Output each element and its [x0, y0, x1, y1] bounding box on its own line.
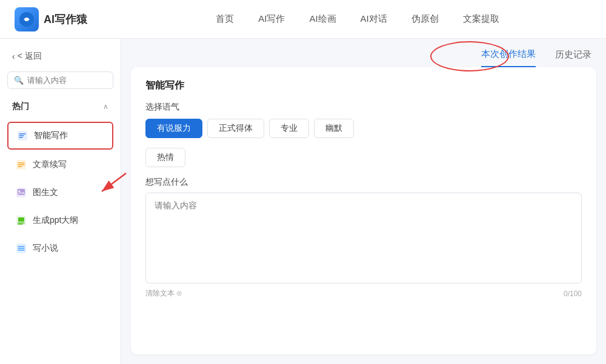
article-continue-icon	[15, 158, 28, 171]
tab-current-result[interactable]: 本次创作结果	[481, 48, 536, 67]
sidebar-item-image-to-text[interactable]: 图生文	[7, 180, 113, 205]
nav-home[interactable]: 首页	[216, 11, 234, 27]
nav-ai-write[interactable]: AI写作	[258, 11, 285, 27]
clear-text-button[interactable]: 清除文本 ⊙	[145, 288, 182, 299]
svg-rect-8	[18, 217, 24, 222]
sidebar: ‹ < 返回 🔍 热门 ∧ 智能写作	[0, 39, 121, 364]
tone-buttons: 有说服力 正式得体 专业 幽默	[145, 119, 582, 138]
back-button[interactable]: ‹ < 返回	[7, 48, 113, 64]
sidebar-items: 智能写作 文章续写	[7, 122, 113, 261]
tab-history[interactable]: 历史记录	[555, 49, 591, 67]
section-header: 热门 ∧	[7, 99, 113, 114]
sidebar-item-ppt-outline[interactable]: 生成ppt大纲	[7, 208, 113, 233]
logo-text: AI写作猿	[44, 12, 87, 27]
textarea-footer: 清除文本 ⊙ 0/100	[145, 288, 582, 299]
nav-original[interactable]: 伪原创	[411, 11, 439, 27]
textarea-wrap	[145, 193, 582, 286]
smart-write-label: 智能写作	[34, 130, 68, 141]
search-input[interactable]	[27, 76, 107, 85]
tone-btn-persuasive[interactable]: 有说服力	[145, 119, 202, 138]
form-panel: 智能写作 选择语气 有说服力 正式得体 专业 幽默 热情 想写点什么 清除文本 …	[131, 67, 596, 354]
tone-btn-formal[interactable]: 正式得体	[207, 119, 264, 138]
main-layout: ‹ < 返回 🔍 热门 ∧ 智能写作	[0, 39, 606, 364]
ppt-outline-icon	[15, 214, 28, 227]
sidebar-item-write-novel[interactable]: 写小说	[7, 236, 113, 261]
write-textarea[interactable]	[145, 193, 582, 283]
write-novel-label: 写小说	[33, 243, 58, 254]
content-area: 本次创作结果 历史记录 智能写作 选择语气 有说服力 正式得体 专业 幽默 热情…	[121, 39, 606, 364]
image-to-text-icon	[15, 186, 28, 199]
top-nav: AI写作猿 首页 AI写作 AI绘画 AI对话 伪原创 文案提取	[0, 0, 606, 39]
sidebar-item-article-continue[interactable]: 文章续写	[7, 152, 113, 177]
write-label: 想写点什么	[145, 177, 582, 188]
panel-title: 智能写作	[145, 79, 582, 92]
tone-btn-professional[interactable]: 专业	[269, 119, 309, 138]
article-continue-label: 文章续写	[33, 159, 67, 170]
smart-write-icon	[16, 129, 29, 142]
svg-point-6	[19, 191, 21, 193]
tone-buttons-row2: 热情	[145, 148, 582, 167]
search-icon: 🔍	[14, 76, 24, 85]
svg-point-1	[25, 18, 28, 21]
chevron-up-icon[interactable]: ∧	[103, 102, 108, 111]
back-arrow-icon: ‹	[12, 51, 15, 61]
logo-icon	[15, 7, 39, 31]
back-label: < 返回	[18, 51, 42, 62]
nav-links: 首页 AI写作 AI绘画 AI对话 伪原创 文案提取	[124, 11, 591, 27]
search-box: 🔍	[7, 71, 113, 89]
write-novel-icon	[15, 242, 28, 255]
section-title: 热门	[12, 101, 29, 112]
char-count: 0/100	[564, 290, 582, 298]
tabs-bar: 本次创作结果 历史记录	[121, 39, 606, 67]
nav-ai-chat[interactable]: AI对话	[361, 11, 387, 27]
logo-area: AI写作猿	[15, 7, 87, 31]
tone-btn-passionate[interactable]: 热情	[145, 148, 185, 167]
sidebar-item-smart-write[interactable]: 智能写作	[7, 122, 113, 150]
image-to-text-label: 图生文	[33, 187, 58, 198]
tone-section-label: 选择语气	[145, 102, 582, 113]
nav-copywriting[interactable]: 文案提取	[463, 11, 499, 27]
ppt-outline-label: 生成ppt大纲	[33, 215, 78, 226]
tone-btn-humorous[interactable]: 幽默	[314, 119, 354, 138]
nav-ai-draw[interactable]: AI绘画	[309, 11, 336, 27]
